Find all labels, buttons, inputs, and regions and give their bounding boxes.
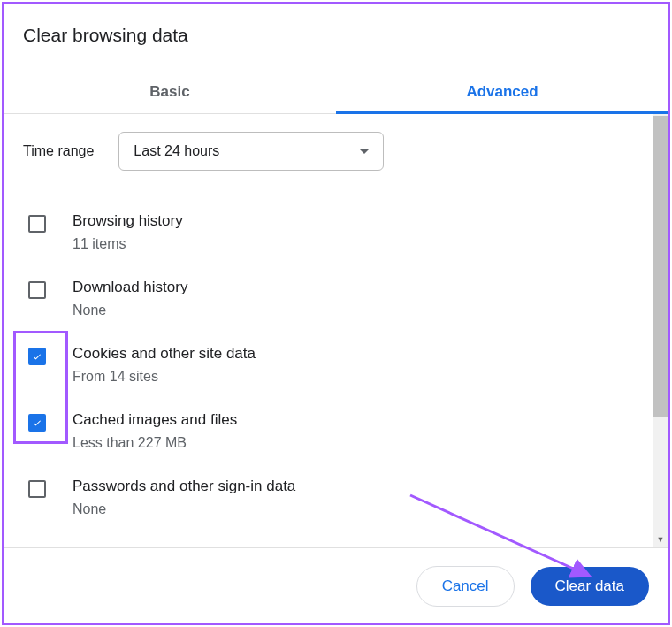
dialog-title: Clear browsing data [4, 4, 668, 46]
time-range-value: Last 24 hours [134, 143, 219, 159]
tab-bar: Basic Advanced [4, 71, 668, 114]
cancel-button-label: Cancel [442, 577, 489, 594]
scroll-down-icon[interactable]: ▼ [653, 531, 668, 547]
item-primary: Passwords and other sign-in data [73, 475, 295, 498]
content: Time range Last 24 hours Browsing histor… [4, 114, 668, 547]
item-text: Cached images and filesLess than 227 MB [73, 409, 237, 454]
clear-data-button[interactable]: Clear data [531, 567, 649, 606]
item-secondary: From 14 sites [73, 365, 256, 388]
list-item: Autofill form data [23, 532, 647, 547]
item-secondary: None [73, 299, 187, 322]
checkbox[interactable] [28, 215, 46, 233]
item-secondary: 11 items [73, 233, 183, 256]
item-primary: Download history [73, 276, 187, 299]
scroll-area: Time range Last 24 hours Browsing histor… [4, 114, 668, 547]
item-text: Cookies and other site dataFrom 14 sites [73, 342, 256, 387]
list-item: Browsing history11 items [23, 201, 647, 267]
scrollbar[interactable]: ▲ ▼ [653, 114, 668, 547]
item-primary: Browsing history [73, 210, 183, 233]
tab-basic[interactable]: Basic [4, 71, 336, 113]
item-primary: Cookies and other site data [73, 342, 256, 365]
item-primary: Cached images and files [73, 409, 237, 432]
clear-data-button-label: Clear data [555, 577, 624, 594]
list-item: Passwords and other sign-in dataNone [23, 466, 647, 532]
tab-advanced-label: Advanced [466, 83, 538, 100]
item-text: Browsing history11 items [73, 210, 183, 255]
dialog-footer: Cancel Clear data [4, 547, 668, 623]
checkbox[interactable] [28, 480, 46, 498]
item-text: Passwords and other sign-in dataNone [73, 475, 295, 520]
list-item: Cached images and filesLess than 227 MB [23, 400, 647, 466]
dialog-frame: Clear browsing data Basic Advanced Time … [2, 2, 670, 625]
checkbox[interactable] [28, 348, 46, 365]
list-item: Cookies and other site dataFrom 14 sites [23, 333, 647, 400]
item-secondary: Less than 227 MB [73, 432, 237, 455]
item-secondary: None [73, 498, 295, 521]
tab-basic-label: Basic [149, 83, 189, 100]
cancel-button[interactable]: Cancel [416, 566, 515, 607]
time-range-row: Time range Last 24 hours [23, 132, 647, 171]
checkbox[interactable] [28, 414, 46, 432]
caret-down-icon [360, 149, 369, 154]
time-range-label: Time range [23, 143, 94, 159]
checkbox[interactable] [28, 281, 46, 299]
tab-advanced[interactable]: Advanced [336, 71, 668, 113]
time-range-dropdown[interactable]: Last 24 hours [118, 132, 384, 171]
scrollbar-thumb[interactable] [653, 116, 668, 417]
item-text: Download historyNone [73, 276, 187, 321]
list-item: Download historyNone [23, 267, 647, 333]
